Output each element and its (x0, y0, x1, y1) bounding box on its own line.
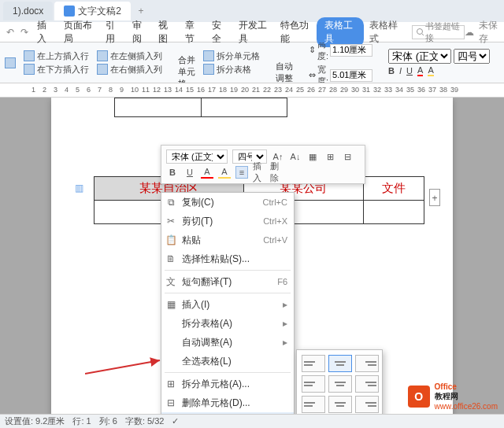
status-words: 字数: 5/32 (125, 415, 165, 427)
ctx-autofit[interactable]: 自动调整(A)▸ (161, 333, 294, 352)
new-tab-button[interactable]: + (132, 2, 150, 20)
mini-font-select[interactable]: 宋体 (正文) (166, 149, 228, 164)
delete-cell-icon: ⊟ (165, 397, 176, 408)
align-bot-right[interactable] (355, 396, 379, 413)
mini-insert-icon[interactable]: ⊞ (324, 150, 336, 163)
ctx-translate[interactable]: 文短句翻译(T)F6 (161, 272, 294, 291)
ctx-paste-special[interactable]: 🗎选择性粘贴(S)... (161, 249, 294, 268)
align-mid-center[interactable] (328, 375, 352, 393)
menu-view[interactable]: 视图 (153, 19, 180, 46)
chevron-right-icon: ▸ (283, 299, 287, 310)
align-top-center[interactable] (328, 355, 352, 372)
insert-row-above[interactable]: 在上方插入行 (24, 50, 89, 62)
undo-icon[interactable]: ↶ (6, 27, 14, 38)
ruler-tick: 4 (65, 86, 69, 94)
chevron-right-icon: ▸ (283, 337, 287, 348)
mini-insert-btn[interactable]: 插入 (253, 166, 265, 179)
row-below-icon (24, 64, 35, 75)
fontcolor-button[interactable]: A (417, 65, 423, 76)
menu-feature[interactable]: 特色功能 (275, 19, 317, 46)
italic-button[interactable]: I (399, 66, 402, 76)
menu-tablestyle[interactable]: 表格样式 (364, 19, 406, 46)
row-height[interactable]: ⇕高度: (309, 42, 372, 62)
insert-col-right[interactable]: 在右侧插入列 (97, 64, 162, 76)
insert-row-below[interactable]: 在下方插入行 (24, 64, 89, 76)
mini-delete-btn[interactable]: 删除 (270, 166, 283, 179)
spellcheck-icon[interactable]: ✓ (172, 416, 179, 426)
cell-file[interactable]: 文件 (363, 177, 424, 201)
copy-icon: ⧉ (165, 197, 176, 208)
mini-underline[interactable]: U (183, 166, 196, 179)
separator (165, 372, 291, 373)
split-cell[interactable]: 拆分单元格 (203, 50, 260, 62)
insert-col-left[interactable]: 在左侧插入列 (97, 50, 162, 62)
menu-chapter[interactable]: 章节 (180, 19, 206, 46)
align-top-left[interactable] (302, 355, 325, 372)
height-input[interactable] (330, 44, 372, 57)
ctx-select-all[interactable]: 全选表格(L) (161, 352, 294, 371)
menu-insert[interactable]: 插入 (32, 19, 58, 46)
merge-cells[interactable]: 合并单元格 (178, 54, 195, 83)
ctx-paste[interactable]: 📋粘贴Ctrl+V (161, 231, 294, 249)
mini-delete-icon[interactable]: ⊟ (341, 150, 354, 163)
bold-button[interactable]: B (388, 66, 395, 76)
align-top-right[interactable] (355, 355, 379, 372)
mini-align[interactable]: ≡ (235, 166, 248, 179)
delete-button[interactable] (5, 57, 16, 68)
ruler-tick: 8 (109, 86, 113, 94)
ruler-tick: 19 (230, 86, 238, 94)
add-column-handle[interactable]: + (429, 189, 440, 206)
svg-line-1 (422, 34, 424, 36)
cloud-icon[interactable]: ☁ (465, 27, 474, 38)
underline-button[interactable]: U (406, 66, 413, 76)
horizontal-ruler[interactable]: 1234567891011121314151617181920212223242… (0, 83, 504, 98)
ruler-tick: 36 (417, 86, 425, 94)
mini-fontcolor[interactable]: A (201, 166, 213, 179)
row-above-icon (24, 50, 35, 61)
paste-special-icon: 🗎 (165, 253, 176, 264)
ruler-tick: 24 (285, 86, 293, 94)
ctx-copy[interactable]: ⧉复制(C)Ctrl+C (161, 193, 294, 212)
separator (165, 270, 291, 271)
width-input[interactable] (330, 69, 372, 82)
align-mid-right[interactable] (355, 375, 379, 393)
redo-icon[interactable]: ↷ (20, 27, 28, 38)
split-table[interactable]: 拆分表格 (203, 64, 260, 76)
menubar: ↶ ↷ 插入 页面布局 引用 审阅 视图 章节 安全 开发工具 特色功能 表格工… (0, 22, 504, 42)
highlight-button[interactable]: A (428, 65, 433, 76)
ruler-tick: 37 (428, 86, 436, 94)
tab-doc2[interactable]: 文字文稿2 (54, 2, 131, 20)
auto-fit[interactable]: 自动调整 (276, 61, 293, 84)
menu-reference[interactable]: 引用 (100, 19, 127, 46)
ribbon-font-select[interactable]: 宋体 (正文) (388, 49, 451, 64)
svg-point-0 (417, 28, 423, 34)
ctx-split-table[interactable]: 拆分表格(A)▸ (161, 314, 294, 333)
ctx-delete-cell[interactable]: ⊟删除单元格(D)... (161, 393, 294, 412)
split-cell-icon: ⊞ (165, 378, 176, 389)
search-box[interactable]: 书签超链接 (412, 25, 465, 39)
mini-bold[interactable]: B (166, 166, 179, 179)
ctx-cut[interactable]: ✂剪切(T)Ctrl+X (161, 212, 294, 231)
align-bot-left[interactable] (302, 396, 325, 413)
mini-table-icon[interactable]: ▦ (306, 150, 319, 163)
shrink-font-icon[interactable]: A↓ (289, 150, 302, 163)
menu-security[interactable]: 安全 (206, 19, 233, 46)
align-bot-center[interactable] (328, 396, 352, 413)
tab-doc1[interactable]: 1).docx (3, 2, 53, 20)
col-left-icon (97, 50, 108, 61)
translate-icon: 文 (165, 276, 176, 287)
unsaved-label: 未保存 (479, 19, 499, 46)
mini-highlight[interactable]: A (218, 166, 231, 179)
menu-dev[interactable]: 开发工具 (233, 19, 275, 46)
menu-review[interactable]: 审阅 (127, 19, 154, 46)
ribbon-size-select[interactable]: 四号 (454, 49, 490, 64)
top-table[interactable] (114, 98, 287, 117)
ctx-split-cell[interactable]: ⊞拆分单元格(A)... (161, 374, 294, 393)
menu-layout[interactable]: 页面布局 (58, 19, 100, 46)
word-icon (64, 6, 75, 17)
ruler-tick: 39 (450, 86, 458, 94)
col-width[interactable]: ⇔宽度: (309, 64, 372, 84)
context-menu: ⧉复制(C)Ctrl+C ✂剪切(T)Ctrl+X 📋粘贴Ctrl+V 🗎选择性… (161, 192, 295, 428)
ctx-insert[interactable]: ▦插入(I)▸ (161, 295, 294, 314)
align-mid-left[interactable] (302, 375, 325, 393)
